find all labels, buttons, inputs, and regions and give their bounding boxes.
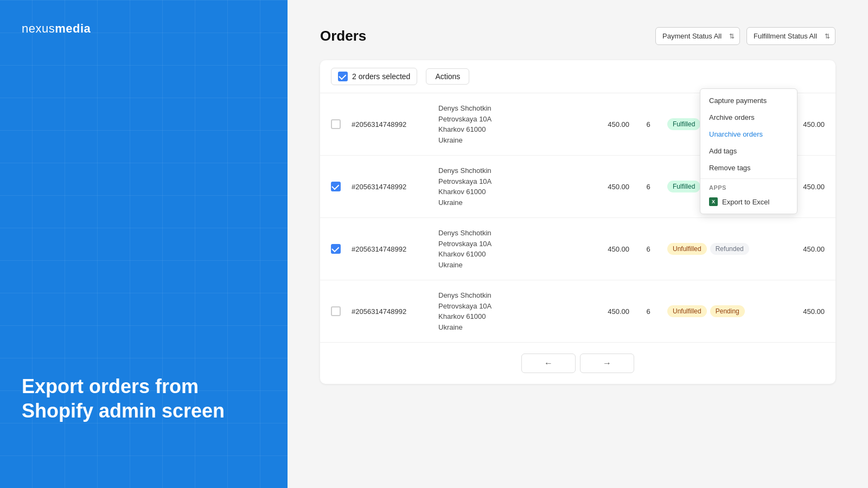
dropdown-item-capture-payments[interactable]: Capture payments: [700, 92, 797, 109]
order-customer-3: Denys ShchotkinPetrovskaya 10AKharkov 61…: [438, 290, 575, 332]
dropdown-divider: [700, 178, 797, 179]
selection-info: 2 orders selected: [331, 68, 417, 85]
payment-badge-3: Pending: [710, 305, 745, 317]
logo: nexusmedia: [22, 22, 266, 36]
orders-container: 2 orders selected Actions Capture paymen…: [320, 60, 835, 384]
order-customer-0: Denys ShchotkinPetrovskaya 10AKharkov 61…: [438, 103, 575, 145]
pagination: ← →: [320, 342, 835, 384]
fulfillment-badge-3: Unfulfilled: [667, 305, 707, 317]
order-customer-2: Denys ShchotkinPetrovskaya 10AKharkov 61…: [438, 228, 575, 270]
excel-icon: [709, 197, 718, 206]
payment-badge-2: Refunded: [710, 243, 749, 255]
table-row: #2056314748992 Denys ShchotkinPetrovskay…: [320, 218, 835, 280]
row-checkbox-3[interactable]: [331, 306, 341, 316]
logo-text-bold: media: [55, 22, 91, 35]
order-amount-0: 450.00: [586, 120, 629, 129]
export-excel-label: Export to Excel: [722, 198, 769, 206]
next-page-button[interactable]: →: [580, 354, 634, 373]
order-total-3: 450.00: [787, 307, 825, 316]
fulfillment-badge-2: Unfulfilled: [667, 243, 707, 255]
order-customer-1: Denys ShchotkinPetrovskaya 10AKharkov 61…: [438, 165, 575, 208]
selection-check-icon: [338, 72, 348, 81]
logo-text-light: nexus: [22, 22, 55, 35]
fulfillment-badge-0: Fulfilled: [667, 118, 700, 130]
fulfillment-status-filter-wrapper: Fulfillment Status All: [746, 27, 835, 45]
dropdown-item-unarchive-orders[interactable]: Unarchive orders: [700, 126, 797, 143]
table-row: #2056314748992 Denys ShchotkinPetrovskay…: [320, 280, 835, 342]
order-badges-3: Unfulfilled Pending: [667, 305, 776, 317]
order-qty-1: 6: [640, 183, 656, 191]
order-total-2: 450.00: [787, 245, 825, 253]
row-checkbox-0[interactable]: [331, 119, 341, 129]
actions-button[interactable]: Actions: [426, 68, 469, 85]
row-checkbox-2[interactable]: [331, 244, 341, 254]
order-qty-0: 6: [640, 120, 656, 129]
order-id-1: #2056314748992: [352, 183, 427, 191]
order-badges-2: Unfulfilled Refunded: [667, 243, 776, 255]
header-filters: Payment Status All Fulfillment Status Al…: [655, 27, 835, 45]
order-id-3: #2056314748992: [352, 307, 427, 316]
fulfillment-status-filter[interactable]: Fulfillment Status All: [746, 27, 835, 45]
order-amount-2: 450.00: [586, 245, 629, 253]
prev-page-button[interactable]: ←: [521, 354, 576, 373]
left-panel: nexusmedia Export orders from Shopify ad…: [0, 0, 288, 488]
selection-label: orders selected: [359, 72, 411, 81]
order-id-2: #2056314748992: [352, 245, 427, 253]
tagline: Export orders from Shopify admin screen: [22, 374, 266, 423]
page-title: Orders: [320, 28, 366, 44]
dropdown-item-remove-tags[interactable]: Remove tags: [700, 159, 797, 176]
dropdown-item-archive-orders[interactable]: Archive orders: [700, 109, 797, 126]
page-header: Orders Payment Status All Fulfillment St…: [320, 27, 835, 45]
order-qty-3: 6: [640, 307, 656, 316]
payment-status-filter-wrapper: Payment Status All: [655, 27, 740, 45]
dropdown-item-export-excel[interactable]: Export to Excel: [700, 193, 797, 210]
order-id-0: #2056314748992: [352, 120, 427, 129]
selection-count: 2: [352, 72, 356, 81]
selection-text: 2 orders selected: [352, 72, 410, 81]
payment-status-filter[interactable]: Payment Status All: [655, 27, 740, 45]
selection-bar: 2 orders selected Actions Capture paymen…: [320, 60, 835, 93]
order-qty-2: 6: [640, 245, 656, 253]
order-amount-1: 450.00: [586, 183, 629, 191]
right-panel: Orders Payment Status All Fulfillment St…: [288, 0, 868, 488]
fulfillment-badge-1: Fulfilled: [667, 181, 700, 192]
row-checkbox-1[interactable]: [331, 182, 341, 191]
dropdown-section-apps: APPS: [700, 181, 797, 193]
actions-dropdown: Capture payments Archive orders Unarchiv…: [700, 88, 797, 214]
order-amount-3: 450.00: [586, 307, 629, 316]
dropdown-item-add-tags[interactable]: Add tags: [700, 143, 797, 159]
